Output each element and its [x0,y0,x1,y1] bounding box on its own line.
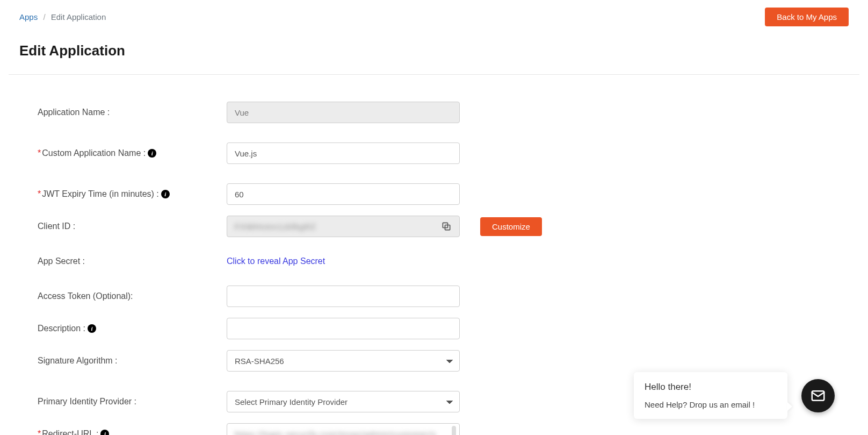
reveal-app-secret-link[interactable]: Click to reveal App Secret [227,256,325,266]
mail-icon [810,388,826,404]
help-message: Need Help? Drop us an email ! [645,400,777,409]
access-token-input[interactable] [227,286,460,307]
redirect-url-masked-value: https://login.xecurify.com/moas/admin/cu… [235,430,452,436]
required-marker: * [38,189,41,199]
label-primary-idp: Primary Identity Provider : [38,397,227,407]
redirect-url-input[interactable]: https://login.xecurify.com/moas/admin/cu… [227,423,460,435]
row-custom-app-name: * Custom Application Name : i [38,142,849,164]
breadcrumb-apps-link[interactable]: Apps [19,12,38,22]
row-jwt-expiry: * JWT Expiry Time (in minutes) : i [38,183,849,205]
label-signature-algorithm: Signature Algorithm : [38,356,227,366]
label-client-id: Client ID : [38,222,227,231]
label-app-secret: App Secret : [38,256,227,266]
primary-idp-select[interactable]: Select Primary Identity Provider [227,391,460,412]
textarea-scrollbar[interactable] [452,426,456,435]
info-icon[interactable]: i [88,324,96,333]
row-description: Description : i [38,318,849,339]
breadcrumb: Apps / Edit Application [19,12,106,22]
contact-fab[interactable] [801,379,835,412]
row-application-name: Application Name : [38,102,849,123]
label-access-token: Access Token (Optional): [38,291,227,301]
application-name-input [227,102,460,123]
help-greeting: Hello there! [645,382,777,393]
client-id-masked-value: FXWHnmn1zkfkgRZ [235,222,441,231]
row-signature-algorithm: Signature Algorithm : RSA-SHA256 [38,350,849,372]
back-to-my-apps-button[interactable]: Back to My Apps [765,8,849,26]
help-tooltip: Hello there! Need Help? Drop us an email… [634,372,787,419]
info-icon[interactable]: i [148,149,156,158]
label-application-name: Application Name : [38,108,227,117]
row-app-secret: App Secret : Click to reveal App Secret [38,256,849,266]
row-client-id: Client ID : FXWHnmn1zkfkgRZ Customize [38,216,849,237]
breadcrumb-separator: / [43,12,45,22]
required-marker: * [38,429,41,435]
label-custom-app-name: Custom Application Name : [42,148,146,158]
row-redirect-url: * Redirect-URL : i https://login.xecurif… [38,423,849,435]
signature-algorithm-select[interactable]: RSA-SHA256 [227,350,460,372]
jwt-expiry-input[interactable] [227,183,460,205]
label-jwt-expiry: JWT Expiry Time (in minutes) : [42,189,159,199]
divider [9,74,859,75]
label-redirect-url: Redirect-URL : [42,429,98,435]
info-icon[interactable]: i [161,190,170,198]
custom-app-name-input[interactable] [227,142,460,164]
customize-button[interactable]: Customize [480,217,542,236]
top-bar: Apps / Edit Application Back to My Apps [0,0,868,26]
info-icon[interactable]: i [100,430,109,435]
description-input[interactable] [227,318,460,339]
page-title: Edit Application [19,42,868,59]
tooltip-arrow [787,402,792,411]
client-id-field: FXWHnmn1zkfkgRZ [227,216,460,237]
required-marker: * [38,148,41,158]
breadcrumb-current: Edit Application [51,12,106,22]
label-description: Description : [38,324,85,333]
row-access-token: Access Token (Optional): [38,286,849,307]
copy-icon[interactable] [441,221,452,232]
